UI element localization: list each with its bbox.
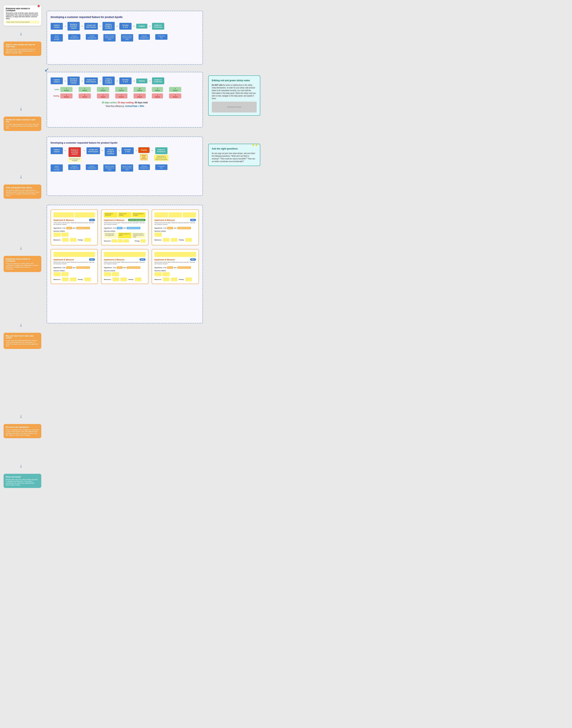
im-card-1-hypothesis: Hypothesis: If we Action then Expected O… [54, 227, 95, 229]
arrow-down-1: ↓ [20, 31, 43, 36]
info-card-questions: Ask the right questions As you map out y… [208, 144, 260, 166]
im-card-6-hypothesis: Hypothesis: If we Action then Expected O… [154, 266, 196, 269]
team-release-1: ReleaseManagement [139, 34, 150, 40]
efficiency-row: Total flow efficiency: Active/Total = 50… [51, 105, 199, 108]
im-row-1: Implement & Measure Who What actions wil… [51, 209, 199, 245]
step-analyze-1: Analyze,Design &Architect [102, 22, 115, 31]
im-card-4-title: Implement & Measure [54, 258, 74, 261]
card3: Identify the teams involved in each step… [4, 117, 41, 131]
arrow-6: → [148, 24, 151, 28]
im-success-label-4: Success criteria: [54, 270, 95, 271]
im-card-5-subtitle: What actions will we take? What will suc… [104, 261, 145, 265]
im-measures-row-5: Measures: Timing: [104, 278, 145, 281]
opportunity-sticky-3: Opportunity to streamline as we move to … [154, 155, 168, 161]
im-timing-label-1: Timing: [78, 239, 83, 241]
im-success-label-1: Success criteria: [54, 230, 95, 232]
team-portfolio-1: PortfolioManagement [86, 34, 98, 40]
im-card-3: Implement & Measure Who What actions wil… [152, 209, 199, 245]
measure-sticky-3b [171, 238, 177, 242]
im-card-2-header: Implement & Measure Release Management [104, 219, 145, 221]
im-timing-label-3: Timing: [179, 239, 184, 241]
card2: Select a value stream and map the main s… [4, 42, 41, 56]
active-1: 1day(s) [60, 87, 73, 92]
success-sticky-4b [61, 272, 69, 276]
step-assign-1: Assign andfund request [84, 23, 98, 29]
im-who-badge-1: Who [89, 219, 95, 221]
timing-sticky-2 [141, 239, 146, 243]
im-card-4-subtitle: What actions will we take? What will suc… [54, 261, 95, 265]
measure-sticky-1b [70, 238, 76, 242]
card7-body: Once you identify what changes you will … [6, 429, 39, 436]
waiting-4: 4day(s) [115, 94, 128, 99]
im-success-label-3: Success criteria: [154, 230, 196, 232]
team-program-1: ProgramManagement [68, 34, 80, 40]
im-card-6-stickies-top [154, 252, 196, 257]
sticky-t4-1 [54, 252, 95, 257]
step-deploy-1: Deploy toProduction [152, 23, 164, 29]
card2-title: Select a value stream and map the main s… [6, 44, 39, 48]
card6: Map your ideal future state value stream… [4, 333, 41, 349]
card6-title: Map your ideal future state value stream [6, 335, 39, 339]
im-then-3: then [174, 227, 176, 229]
arrow-1: → [64, 24, 67, 28]
card7: Document new adaptations Once you identi… [4, 424, 41, 438]
im-measures-label-6: Measures: [154, 279, 162, 280]
step-develop-1: Develop& Test [119, 23, 132, 29]
im-then-4: then [73, 267, 76, 268]
edit-card-title: Editing red and green sticky notes [212, 79, 257, 82]
active-label: Active [51, 88, 59, 90]
section3-process-flow: Capturerequest → Review &prioritizereque… [51, 147, 199, 162]
im-action-3: Action [167, 227, 173, 229]
arrow-down-6: ↓ [20, 414, 43, 419]
step-assign-2: Assign andfund request [84, 77, 98, 84]
im-card-2-stickies-top: Opportunity to streamline Delays value d… [104, 213, 145, 218]
section2-process-flow: Capturerequest → Review &prioritizereque… [51, 76, 199, 85]
waiting-row: Waiting 4day(s) 6day(s) 6day(s) 4day(s) … [51, 94, 199, 99]
team-portfolio-3: PortfolioManagement [86, 164, 98, 170]
measure-sticky-4b [70, 278, 76, 281]
im-action-2: Action [117, 227, 123, 229]
im-action-1: Action [66, 227, 72, 229]
summary-total: 50 days total [135, 101, 148, 104]
im-card-2-subtitle: What actions will we take? What will suc… [104, 222, 145, 225]
arrow-down-4: ↓ [20, 245, 43, 250]
sticky-t1-2 [75, 213, 95, 218]
im-card-4: Implement & Measure Who What actions wil… [51, 249, 98, 284]
questions-card-body: As you map out your new value stream, as… [212, 152, 257, 163]
im-card-2-hypothesis: Hypothesis: If we Action then Expected O… [104, 227, 145, 229]
team-apollo-dev-3: Apollo ProductDevelopmentTeam [103, 164, 116, 172]
im-card-5: Implement & Measure Who What actions wil… [101, 249, 148, 284]
im-card-4-stickies-top [54, 252, 95, 257]
success-sticky-5b [112, 272, 119, 276]
active-2: 2day(s) [79, 87, 91, 92]
im-card-5-title: Implement & Measure [104, 258, 124, 261]
sticky-t2-1: Opportunity to streamline [104, 213, 117, 218]
arrow-5: → [132, 24, 136, 28]
waiting-1: 4day(s) [60, 94, 73, 99]
im-then-6: then [174, 267, 176, 268]
im-release-badge-2: Release Management [128, 219, 145, 221]
section-4-container: Implement & Measure Who What actions wil… [47, 205, 203, 323]
info-card-edit: Editing red and green sticky notes Do NO… [208, 75, 260, 116]
im-success-label-2: Success criteria: [104, 230, 145, 232]
im-card-3-header: Implement & Measure Who [154, 219, 196, 221]
team-apm-3: ApolloProductManager [51, 164, 63, 172]
im-if-we-5: If we [113, 267, 116, 268]
m2b [118, 239, 123, 243]
section3-title: Developing a customer requested feature … [51, 141, 199, 144]
arrow-down-3: ↓ [20, 174, 43, 179]
step-assign-3: Assign andfund request [86, 147, 100, 154]
im-if-we-3: If we [163, 227, 166, 229]
im-who-badge-6: Who [190, 258, 196, 261]
im-success-label-5: Success criteria: [104, 270, 145, 271]
im-card-6-subtitle: What actions will we take? What will suc… [154, 261, 196, 265]
card3-body: For each step mapped out, ask 'Who does … [6, 123, 39, 129]
im-success-stickies-6 [154, 272, 196, 276]
im-row-2: Implement & Measure Who What actions wil… [51, 249, 199, 284]
success-sticky-6a [154, 272, 162, 276]
step-develop-2: Develop& Test [119, 77, 132, 84]
timing-sticky-3 [186, 238, 192, 242]
im-measures-label-4: Measures: [54, 279, 61, 280]
measure-sticky-1a [62, 238, 69, 242]
im-success-stickies-5 [104, 272, 145, 276]
